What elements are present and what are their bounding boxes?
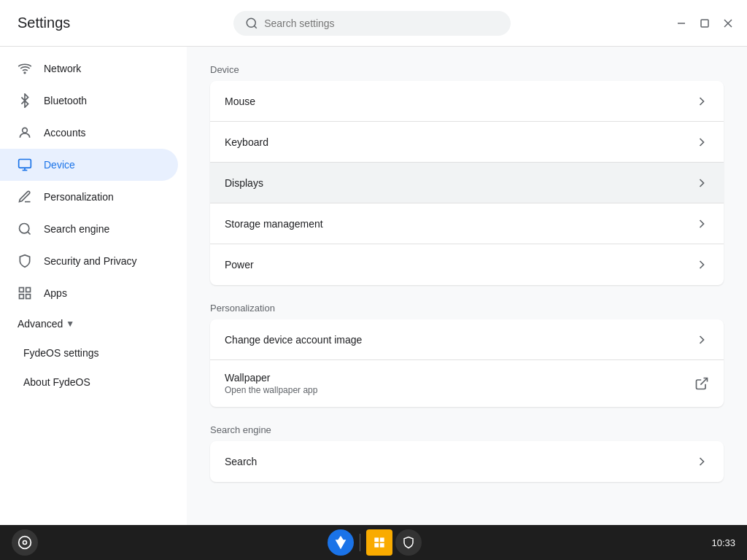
sidebar-label-bluetooth: Bluetooth: [44, 95, 87, 106]
svg-point-6: [24, 72, 26, 74]
search-label: Search: [225, 456, 694, 467]
sidebar-item-fydeos-settings[interactable]: FydeOS settings: [0, 338, 178, 368]
apps-icon: [18, 286, 32, 300]
mouse-arrow: [694, 94, 709, 109]
svg-point-7: [23, 128, 28, 133]
sidebar-label-device: Device: [44, 159, 75, 171]
personalization-section-title: Personalization: [210, 303, 724, 314]
keyboard-row[interactable]: Keyboard: [210, 122, 724, 163]
svg-line-17: [700, 378, 707, 385]
sidebar-item-network[interactable]: Network: [0, 52, 178, 85]
svg-rect-3: [701, 20, 708, 27]
power-label: Power: [225, 259, 694, 271]
sidebar-item-personalization[interactable]: Personalization: [0, 181, 178, 213]
account-image-label: Change device account image: [225, 334, 694, 346]
svg-rect-16: [26, 295, 31, 299]
search-input[interactable]: [264, 18, 499, 29]
svg-line-1: [255, 26, 257, 28]
keyboard-arrow: [694, 135, 709, 149]
wallpaper-row[interactable]: Wallpaper Open the wallpaper app: [210, 360, 724, 407]
storage-arrow: [694, 217, 709, 231]
taskbar-app-yellow[interactable]: [366, 529, 392, 556]
wallpaper-external-icon: [694, 376, 709, 391]
chevron-down-icon: ▼: [66, 319, 74, 329]
account-image-row[interactable]: Change device account image: [210, 319, 724, 360]
sidebar-item-advanced[interactable]: Advanced ▼: [0, 309, 178, 338]
mouse-row[interactable]: Mouse: [210, 81, 724, 122]
taskbar-right: 10:33: [711, 537, 735, 548]
wallpaper-text: Wallpaper Open the wallpaper app: [225, 372, 694, 395]
svg-rect-21: [380, 537, 384, 542]
svg-rect-13: [20, 288, 24, 292]
maximize-button[interactable]: [697, 16, 712, 31]
search-icon: [245, 17, 258, 30]
displays-row[interactable]: Displays: [210, 163, 724, 203]
sidebar-label-security: Security and Privacy: [44, 255, 137, 267]
power-text: Power: [225, 259, 694, 271]
launcher-button[interactable]: [12, 529, 38, 556]
svg-point-19: [23, 541, 27, 545]
sidebar-label-personalization: Personalization: [44, 191, 114, 203]
window-controls: [674, 16, 735, 31]
settings-title: Settings: [18, 15, 70, 31]
svg-rect-20: [375, 537, 379, 542]
svg-rect-8: [19, 160, 31, 168]
search-card: Search: [210, 441, 724, 482]
sidebar-item-device[interactable]: Device: [0, 149, 178, 181]
wifi-icon: [18, 61, 32, 76]
taskbar-left: [12, 529, 38, 556]
device-section-title: Device: [210, 64, 724, 75]
search-arrow: [694, 454, 709, 469]
sidebar-item-bluetooth[interactable]: Bluetooth: [0, 85, 178, 117]
close-button[interactable]: [721, 16, 735, 31]
svg-rect-22: [375, 543, 379, 548]
top-bar: Settings: [0, 0, 747, 47]
person-icon: [18, 125, 32, 140]
sidebar-label-network: Network: [44, 63, 81, 74]
personalization-card: Change device account image Wallpaper Op…: [210, 319, 724, 407]
minimize-button[interactable]: [674, 16, 689, 31]
keyboard-label: Keyboard: [225, 136, 694, 148]
search-icon: [18, 222, 32, 236]
shield-icon: [18, 254, 32, 268]
sidebar-item-security[interactable]: Security and Privacy: [0, 245, 178, 277]
sidebar-item-accounts[interactable]: Accounts: [0, 117, 178, 149]
sidebar-item-apps[interactable]: Apps: [0, 277, 178, 309]
search-bar[interactable]: [233, 11, 511, 36]
search-text: Search: [225, 456, 694, 467]
content-area: Device Mouse Keyboard: [187, 47, 747, 525]
svg-point-11: [20, 224, 29, 233]
account-image-text: Change device account image: [225, 334, 694, 346]
bluetooth-icon: [18, 93, 32, 108]
personalization-section: Personalization Change device account im…: [210, 303, 724, 407]
taskbar-app-bitwarden[interactable]: [395, 529, 422, 556]
power-row[interactable]: Power: [210, 244, 724, 285]
taskbar-app-fydevote[interactable]: [328, 529, 354, 556]
device-icon: [18, 158, 32, 172]
wallpaper-label: Wallpaper: [225, 372, 694, 384]
storage-row[interactable]: Storage management: [210, 203, 724, 244]
svg-point-0: [247, 18, 255, 27]
sidebar-label-fydeos-settings: FydeOS settings: [23, 347, 99, 359]
account-image-arrow: [694, 332, 709, 347]
taskbar-center: [328, 529, 422, 556]
storage-text: Storage management: [225, 218, 694, 230]
sidebar-label-apps: Apps: [44, 287, 67, 299]
device-card: Mouse Keyboard Displays: [210, 81, 724, 285]
keyboard-text: Keyboard: [225, 136, 694, 148]
mouse-label: Mouse: [225, 96, 694, 107]
sidebar-label-accounts: Accounts: [44, 127, 86, 139]
mouse-text: Mouse: [225, 96, 694, 107]
sidebar-item-search-engine[interactable]: Search engine: [0, 213, 178, 245]
svg-rect-14: [26, 288, 31, 292]
svg-rect-15: [20, 295, 24, 299]
displays-label: Displays: [225, 177, 694, 189]
sidebar-label-search-engine: Search engine: [44, 223, 109, 235]
svg-line-12: [28, 232, 31, 235]
taskbar: 10:33: [0, 525, 747, 560]
storage-label: Storage management: [225, 218, 694, 230]
search-engine-section: Search engine Search: [210, 424, 724, 482]
search-row[interactable]: Search: [210, 441, 724, 482]
displays-text: Displays: [225, 177, 694, 189]
sidebar-item-about-fydeos[interactable]: About FydeOS: [0, 368, 178, 397]
